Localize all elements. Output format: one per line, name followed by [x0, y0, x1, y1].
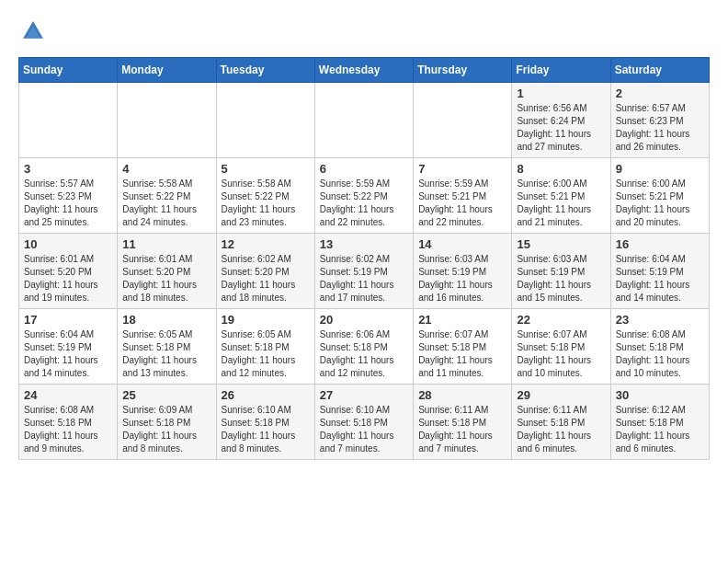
day-number: 3	[24, 162, 112, 176]
calendar-cell	[414, 83, 512, 158]
calendar-cell: 7Sunrise: 5:59 AM Sunset: 5:21 PM Daylig…	[414, 158, 512, 234]
calendar-cell: 4Sunrise: 5:58 AM Sunset: 5:22 PM Daylig…	[118, 158, 216, 234]
day-info: Sunrise: 6:02 AM Sunset: 5:19 PM Dayligh…	[320, 253, 408, 304]
day-number: 1	[517, 86, 605, 100]
calendar-cell: 25Sunrise: 6:09 AM Sunset: 5:18 PM Dayli…	[118, 385, 216, 460]
day-info: Sunrise: 6:56 AM Sunset: 6:24 PM Dayligh…	[517, 102, 605, 154]
day-info: Sunrise: 5:59 AM Sunset: 5:21 PM Dayligh…	[418, 178, 506, 229]
day-of-week-header: Tuesday	[216, 58, 314, 83]
day-info: Sunrise: 6:09 AM Sunset: 5:18 PM Dayligh…	[122, 404, 210, 455]
day-number: 14	[418, 237, 506, 251]
calendar-table: SundayMondayTuesdayWednesdayThursdayFrid…	[18, 57, 710, 460]
calendar-cell: 18Sunrise: 6:05 AM Sunset: 5:18 PM Dayli…	[118, 309, 216, 385]
day-number: 26	[222, 388, 310, 402]
logo	[18, 18, 46, 48]
day-number: 23	[616, 313, 704, 327]
calendar-cell: 9Sunrise: 6:00 AM Sunset: 5:21 PM Daylig…	[610, 158, 709, 234]
calendar-week-row: 17Sunrise: 6:04 AM Sunset: 5:19 PM Dayli…	[19, 309, 710, 385]
day-number: 24	[24, 388, 112, 402]
calendar-week-row: 10Sunrise: 6:01 AM Sunset: 5:20 PM Dayli…	[19, 234, 710, 309]
calendar-cell: 14Sunrise: 6:03 AM Sunset: 5:19 PM Dayli…	[414, 234, 512, 309]
day-number: 8	[517, 162, 605, 176]
calendar-cell: 19Sunrise: 6:05 AM Sunset: 5:18 PM Dayli…	[216, 309, 314, 385]
calendar-cell: 5Sunrise: 5:58 AM Sunset: 5:22 PM Daylig…	[216, 158, 314, 234]
calendar-cell: 17Sunrise: 6:04 AM Sunset: 5:19 PM Dayli…	[19, 309, 118, 385]
day-info: Sunrise: 6:04 AM Sunset: 5:19 PM Dayligh…	[24, 328, 112, 380]
day-number: 19	[222, 313, 310, 327]
day-of-week-header: Sunday	[19, 58, 118, 83]
logo-icon	[20, 18, 46, 44]
day-info: Sunrise: 6:10 AM Sunset: 5:18 PM Dayligh…	[222, 404, 310, 455]
day-number: 20	[320, 313, 408, 327]
day-number: 16	[616, 237, 704, 251]
day-info: Sunrise: 5:58 AM Sunset: 5:22 PM Dayligh…	[222, 178, 310, 229]
day-info: Sunrise: 6:11 AM Sunset: 5:18 PM Dayligh…	[517, 404, 605, 455]
calendar-cell: 11Sunrise: 6:01 AM Sunset: 5:20 PM Dayli…	[118, 234, 216, 309]
day-number: 9	[616, 162, 704, 176]
calendar-cell	[118, 83, 216, 158]
day-info: Sunrise: 5:59 AM Sunset: 5:22 PM Dayligh…	[320, 178, 408, 229]
calendar-cell	[314, 83, 413, 158]
calendar-cell	[19, 83, 118, 158]
day-info: Sunrise: 6:03 AM Sunset: 5:19 PM Dayligh…	[517, 253, 605, 304]
calendar-cell: 26Sunrise: 6:10 AM Sunset: 5:18 PM Dayli…	[216, 385, 314, 460]
day-info: Sunrise: 6:03 AM Sunset: 5:19 PM Dayligh…	[418, 253, 506, 304]
day-info: Sunrise: 6:11 AM Sunset: 5:18 PM Dayligh…	[418, 404, 506, 455]
day-number: 10	[24, 237, 112, 251]
day-info: Sunrise: 6:08 AM Sunset: 5:18 PM Dayligh…	[24, 404, 112, 455]
calendar-cell: 15Sunrise: 6:03 AM Sunset: 5:19 PM Dayli…	[512, 234, 610, 309]
day-number: 25	[122, 388, 210, 402]
day-number: 5	[222, 162, 310, 176]
day-number: 21	[418, 313, 506, 327]
calendar-cell: 12Sunrise: 6:02 AM Sunset: 5:20 PM Dayli…	[216, 234, 314, 309]
calendar-cell: 24Sunrise: 6:08 AM Sunset: 5:18 PM Dayli…	[19, 385, 118, 460]
calendar-cell: 13Sunrise: 6:02 AM Sunset: 5:19 PM Dayli…	[314, 234, 413, 309]
calendar-header-row: SundayMondayTuesdayWednesdayThursdayFrid…	[19, 58, 710, 83]
calendar-cell	[216, 83, 314, 158]
day-number: 4	[122, 162, 210, 176]
day-number: 2	[616, 86, 704, 100]
day-number: 28	[418, 388, 506, 402]
day-of-week-header: Friday	[512, 58, 610, 83]
day-info: Sunrise: 6:06 AM Sunset: 5:18 PM Dayligh…	[320, 328, 408, 380]
calendar-cell: 23Sunrise: 6:08 AM Sunset: 5:18 PM Dayli…	[610, 309, 709, 385]
day-number: 18	[122, 313, 210, 327]
day-number: 29	[517, 388, 605, 402]
day-info: Sunrise: 6:00 AM Sunset: 5:21 PM Dayligh…	[616, 178, 704, 229]
calendar-cell: 30Sunrise: 6:12 AM Sunset: 5:18 PM Dayli…	[610, 385, 709, 460]
calendar-cell: 3Sunrise: 5:57 AM Sunset: 5:23 PM Daylig…	[19, 158, 118, 234]
calendar-cell: 1Sunrise: 6:56 AM Sunset: 6:24 PM Daylig…	[512, 83, 610, 158]
day-number: 27	[320, 388, 408, 402]
day-of-week-header: Monday	[118, 58, 216, 83]
day-number: 15	[517, 237, 605, 251]
day-info: Sunrise: 6:01 AM Sunset: 5:20 PM Dayligh…	[122, 253, 210, 304]
day-number: 7	[418, 162, 506, 176]
day-number: 22	[517, 313, 605, 327]
day-info: Sunrise: 6:05 AM Sunset: 5:18 PM Dayligh…	[122, 328, 210, 380]
calendar-cell: 28Sunrise: 6:11 AM Sunset: 5:18 PM Dayli…	[414, 385, 512, 460]
day-info: Sunrise: 6:12 AM Sunset: 5:18 PM Dayligh…	[616, 404, 704, 455]
day-info: Sunrise: 6:00 AM Sunset: 5:21 PM Dayligh…	[517, 178, 605, 229]
day-number: 30	[616, 388, 704, 402]
day-number: 17	[24, 313, 112, 327]
day-info: Sunrise: 6:57 AM Sunset: 6:23 PM Dayligh…	[616, 102, 704, 154]
day-info: Sunrise: 6:07 AM Sunset: 5:18 PM Dayligh…	[418, 328, 506, 380]
calendar-cell: 21Sunrise: 6:07 AM Sunset: 5:18 PM Dayli…	[414, 309, 512, 385]
day-info: Sunrise: 6:05 AM Sunset: 5:18 PM Dayligh…	[222, 328, 310, 380]
day-info: Sunrise: 5:58 AM Sunset: 5:22 PM Dayligh…	[122, 178, 210, 229]
calendar-cell: 16Sunrise: 6:04 AM Sunset: 5:19 PM Dayli…	[610, 234, 709, 309]
day-info: Sunrise: 6:07 AM Sunset: 5:18 PM Dayligh…	[517, 328, 605, 380]
calendar-week-row: 1Sunrise: 6:56 AM Sunset: 6:24 PM Daylig…	[19, 83, 710, 158]
day-info: Sunrise: 5:57 AM Sunset: 5:23 PM Dayligh…	[24, 178, 112, 229]
day-number: 11	[122, 237, 210, 251]
day-number: 13	[320, 237, 408, 251]
calendar-cell: 10Sunrise: 6:01 AM Sunset: 5:20 PM Dayli…	[19, 234, 118, 309]
day-info: Sunrise: 6:02 AM Sunset: 5:20 PM Dayligh…	[222, 253, 310, 304]
day-info: Sunrise: 6:04 AM Sunset: 5:19 PM Dayligh…	[616, 253, 704, 304]
calendar-cell: 22Sunrise: 6:07 AM Sunset: 5:18 PM Dayli…	[512, 309, 610, 385]
day-of-week-header: Thursday	[414, 58, 512, 83]
day-info: Sunrise: 6:01 AM Sunset: 5:20 PM Dayligh…	[24, 253, 112, 304]
day-info: Sunrise: 6:08 AM Sunset: 5:18 PM Dayligh…	[616, 328, 704, 380]
calendar-cell: 20Sunrise: 6:06 AM Sunset: 5:18 PM Dayli…	[314, 309, 413, 385]
page-header	[18, 18, 710, 48]
